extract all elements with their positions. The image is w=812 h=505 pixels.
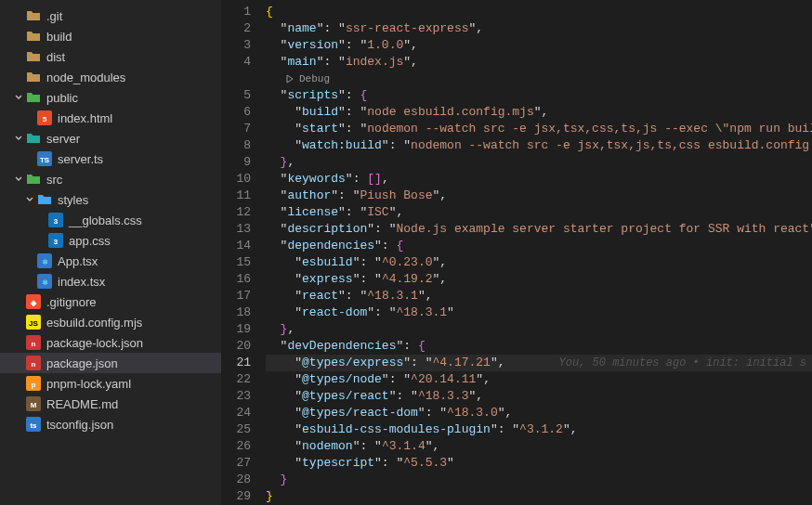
svg-text:3: 3 bbox=[54, 217, 59, 226]
tree-item-src[interactable]: src bbox=[0, 169, 221, 189]
line-number: 1 bbox=[221, 4, 251, 20]
tree-item-label: index.html bbox=[58, 111, 112, 125]
chevron-icon bbox=[11, 93, 26, 102]
line-number: 21 bbox=[221, 355, 251, 371]
code-line[interactable]: "devDependencies": { bbox=[266, 338, 812, 355]
code-line[interactable]: }, bbox=[266, 321, 812, 338]
code-line[interactable]: "@types/react": "^18.3.3", bbox=[266, 388, 812, 405]
tree-item-label: app.css bbox=[69, 234, 111, 248]
tree-item-server-ts[interactable]: TSserver.ts bbox=[0, 149, 221, 169]
line-number: 14 bbox=[221, 238, 251, 254]
line-number: 16 bbox=[221, 271, 251, 288]
tree-item-label: .git bbox=[46, 9, 62, 23]
code-line[interactable]: "typescript": "^5.5.3" bbox=[266, 455, 812, 472]
code-line[interactable]: "esbuild": "^0.23.0", bbox=[266, 254, 812, 271]
svg-text:JS: JS bbox=[29, 319, 38, 328]
tree-item-label: App.tsx bbox=[58, 254, 98, 268]
code-line[interactable]: "@types/node": "^20.14.11", bbox=[266, 371, 812, 388]
svg-text:M: M bbox=[31, 401, 37, 409]
line-number-gutter: 1234567891011121314151617181920212223242… bbox=[221, 0, 266, 505]
tree-item-label: .gitignore bbox=[46, 295, 96, 309]
tree-item-label: dist bbox=[46, 50, 65, 64]
line-number: 24 bbox=[221, 405, 251, 421]
tree-item-tsconfig-json[interactable]: tstsconfig.json bbox=[0, 414, 221, 434]
svg-text:⚛: ⚛ bbox=[42, 278, 48, 287]
tsconfig-icon: ts bbox=[26, 417, 41, 432]
line-number: 10 bbox=[221, 171, 251, 188]
code-line[interactable]: "dependencies": { bbox=[266, 238, 812, 254]
line-number: 12 bbox=[221, 204, 251, 221]
css-icon: 3 bbox=[48, 213, 63, 227]
tree-item---globals-css[interactable]: 3__globals.css bbox=[0, 210, 221, 230]
code-line[interactable]: }, bbox=[266, 154, 812, 171]
codelens-debug[interactable]: Debug bbox=[266, 71, 812, 87]
folder-node-icon bbox=[26, 70, 41, 84]
tree-item-build[interactable]: build bbox=[0, 26, 221, 46]
folder-server-icon bbox=[26, 131, 41, 146]
code-line[interactable]: "build": "node esbuild.config.mjs", bbox=[266, 104, 812, 121]
code-line[interactable]: "keywords": [], bbox=[266, 171, 812, 188]
code-line[interactable]: "author": "Piush Bose", bbox=[266, 188, 812, 204]
code-line[interactable]: "start": "nodemon --watch src -e jsx,tsx… bbox=[266, 121, 812, 137]
line-number: 20 bbox=[221, 338, 251, 355]
tree-item-label: server.ts bbox=[58, 152, 103, 166]
tree-item-index-tsx[interactable]: ⚛index.tsx bbox=[0, 271, 221, 291]
tree-item-styles[interactable]: styles bbox=[0, 189, 221, 210]
line-number: 5 bbox=[221, 87, 251, 104]
line-number: 3 bbox=[221, 37, 251, 54]
chevron-icon bbox=[11, 134, 26, 143]
tree-item-package-json[interactable]: npackage.json bbox=[0, 353, 221, 373]
folder-src-icon bbox=[26, 172, 41, 187]
code-line[interactable]: "@types/react-dom": "^18.3.0", bbox=[266, 405, 812, 421]
code-line[interactable]: "express": "^4.19.2", bbox=[266, 271, 812, 288]
js-icon: JS bbox=[26, 315, 41, 330]
git-blame-annotation: You, 50 minutes ago • init: initial s bbox=[559, 355, 812, 371]
code-line[interactable]: "version": "1.0.0", bbox=[266, 37, 812, 54]
tree-item-index-html[interactable]: 5index.html bbox=[0, 108, 221, 128]
code-line[interactable]: "react-dom": "^18.3.1" bbox=[266, 304, 812, 321]
code-line[interactable]: "name": "ssr-react-express", bbox=[266, 20, 812, 37]
code-line[interactable]: "watch:build": "nodemon --watch src -e j… bbox=[266, 137, 812, 154]
tree-item-esbuild-config-mjs[interactable]: JSesbuild.config.mjs bbox=[0, 312, 221, 332]
code-line[interactable]: { bbox=[266, 4, 812, 20]
git-icon: ◆ bbox=[26, 294, 41, 309]
tree-item-app-css[interactable]: 3app.css bbox=[0, 230, 221, 251]
svg-text:p: p bbox=[32, 381, 36, 389]
tree-item-pnpm-lock-yaml[interactable]: ppnpm-lock.yaml bbox=[0, 373, 221, 394]
code-line[interactable]: "nodemon": "^3.1.4", bbox=[266, 438, 812, 455]
tree-item-label: package-lock.json bbox=[46, 336, 143, 350]
tree-item-dist[interactable]: dist bbox=[0, 46, 221, 67]
tree-item--gitignore[interactable]: ◆.gitignore bbox=[0, 291, 221, 312]
tree-item--git[interactable]: .git bbox=[0, 6, 221, 26]
npm-icon: n bbox=[26, 356, 41, 370]
tree-item-public[interactable]: public bbox=[0, 87, 221, 108]
code-line[interactable]: "license": "ISC", bbox=[266, 204, 812, 221]
line-number: 11 bbox=[221, 188, 251, 204]
tree-item-node-modules[interactable]: node_modules bbox=[0, 67, 221, 87]
code-line[interactable]: "react": "^18.3.1", bbox=[266, 288, 812, 304]
code-line[interactable]: "main": "index.js", bbox=[266, 54, 812, 71]
code-line[interactable]: } bbox=[266, 472, 812, 488]
tree-item-readme-md[interactable]: MREADME.md bbox=[0, 394, 221, 414]
svg-text:3: 3 bbox=[54, 238, 59, 246]
code-line[interactable]: "@types/express": "^4.17.21",You, 50 min… bbox=[266, 355, 812, 371]
code-content[interactable]: { "name": "ssr-react-express", "version"… bbox=[266, 0, 812, 505]
tree-item-package-lock-json[interactable]: npackage-lock.json bbox=[0, 332, 221, 353]
svg-text:TS: TS bbox=[40, 156, 50, 164]
code-line[interactable]: } bbox=[266, 488, 812, 505]
chevron-icon bbox=[22, 195, 37, 204]
tree-item-app-tsx[interactable]: ⚛App.tsx bbox=[0, 251, 221, 271]
file-explorer[interactable]: .gitbuilddistnode_modulespublic5index.ht… bbox=[0, 0, 221, 505]
line-number: 19 bbox=[221, 321, 251, 338]
code-line[interactable]: "description": "Node.js example server s… bbox=[266, 221, 812, 238]
code-editor[interactable]: 1234567891011121314151617181920212223242… bbox=[221, 0, 812, 505]
code-line[interactable]: "esbuild-css-modules-plugin": "^3.1.2", bbox=[266, 421, 812, 438]
svg-text:◆: ◆ bbox=[30, 299, 37, 307]
line-number bbox=[221, 71, 251, 87]
tree-item-label: tsconfig.json bbox=[46, 418, 113, 432]
folder-public-icon bbox=[26, 90, 41, 105]
line-number: 7 bbox=[221, 121, 251, 137]
code-line[interactable]: "scripts": { bbox=[266, 87, 812, 104]
tree-item-label: public bbox=[46, 91, 78, 105]
tree-item-server[interactable]: server bbox=[0, 128, 221, 149]
